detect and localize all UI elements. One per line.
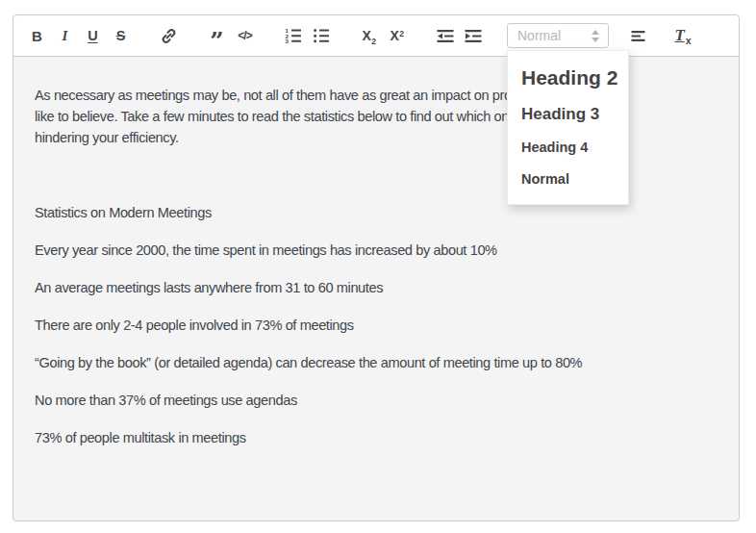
paragraph-stat-1: Every year since 2000, the time spent in… <box>35 240 718 261</box>
outdent-icon <box>436 26 455 45</box>
ordered-list-button[interactable]: 1 2 3 <box>279 22 307 49</box>
code-button[interactable]: </> <box>231 22 259 49</box>
subscript-icon: X2 <box>362 28 375 43</box>
italic-icon: I <box>63 28 68 44</box>
bold-icon: B <box>32 28 42 44</box>
updown-chevrons-icon <box>592 30 599 42</box>
paragraph-stat-6: 73% of people multitask in meetings <box>35 427 718 448</box>
indent-group <box>431 22 487 49</box>
align-button[interactable] <box>624 22 652 49</box>
dropdown-option-heading-3[interactable]: Heading 3 <box>508 97 628 132</box>
paragraph-stats-title: Statistics on Modern Meetings <box>35 202 718 223</box>
outdent-button[interactable] <box>431 22 459 49</box>
svg-text:3: 3 <box>285 38 289 44</box>
formatting-toolbar: B I U S ” <box>13 15 739 57</box>
header-format-dropdown: Heading 2 Heading 3 Heading 4 Normal <box>507 50 629 205</box>
link-icon <box>160 27 178 45</box>
code-icon: </> <box>238 29 251 42</box>
dropdown-option-normal[interactable]: Normal <box>508 163 628 194</box>
bullet-list-icon <box>312 26 331 45</box>
blockquote-button[interactable]: ” <box>203 22 231 49</box>
bold-button[interactable]: B <box>23 22 51 49</box>
align-icon <box>629 26 648 45</box>
clean-group: Tx <box>668 22 696 49</box>
list-group: 1 2 3 <box>279 22 335 49</box>
dropdown-option-heading-2[interactable]: Heading 2 <box>508 57 628 97</box>
align-group <box>624 22 652 49</box>
dropdown-option-heading-4[interactable]: Heading 4 <box>508 132 628 163</box>
paragraph-stat-5: No more than 37% of meetings use agendas <box>35 390 718 411</box>
underline-icon: U <box>88 28 97 43</box>
paragraph-stat-4: “Going by the book” (or detailed agenda)… <box>35 352 718 373</box>
clear-formatting-icon: Tx <box>674 26 690 45</box>
bullet-list-button[interactable] <box>307 22 335 49</box>
text-style-group: B I U S <box>23 22 135 49</box>
paragraph-stat-2: An average meetings lasts anywhere from … <box>35 277 718 298</box>
strikethrough-button[interactable]: S <box>107 22 135 49</box>
superscript-button[interactable]: X2 <box>383 22 411 49</box>
subscript-button[interactable]: X2 <box>355 22 383 49</box>
link-group <box>155 22 183 49</box>
editor-text-area[interactable]: As necessary as meetings may be, not all… <box>13 57 739 521</box>
ordered-list-icon: 1 2 3 <box>284 26 303 45</box>
underline-button[interactable]: U <box>79 22 107 49</box>
paragraph-stat-3: There are only 2-4 people involved in 73… <box>35 315 718 336</box>
indent-button[interactable] <box>459 22 487 49</box>
clear-formatting-button[interactable]: Tx <box>668 22 696 49</box>
script-group: X2 X2 <box>355 22 411 49</box>
link-button[interactable] <box>155 22 183 49</box>
header-select-value: Normal <box>517 28 561 43</box>
header-format-select[interactable]: Normal Heading 2 Heading 3 Heading 4 Nor… <box>507 23 609 48</box>
strikethrough-icon: S <box>116 28 126 43</box>
indent-icon <box>464 26 483 45</box>
italic-button[interactable]: I <box>51 22 79 49</box>
superscript-icon: X2 <box>390 28 403 43</box>
quote-code-group: ” </> <box>203 22 259 49</box>
rich-text-editor: B I U S ” <box>13 14 740 521</box>
